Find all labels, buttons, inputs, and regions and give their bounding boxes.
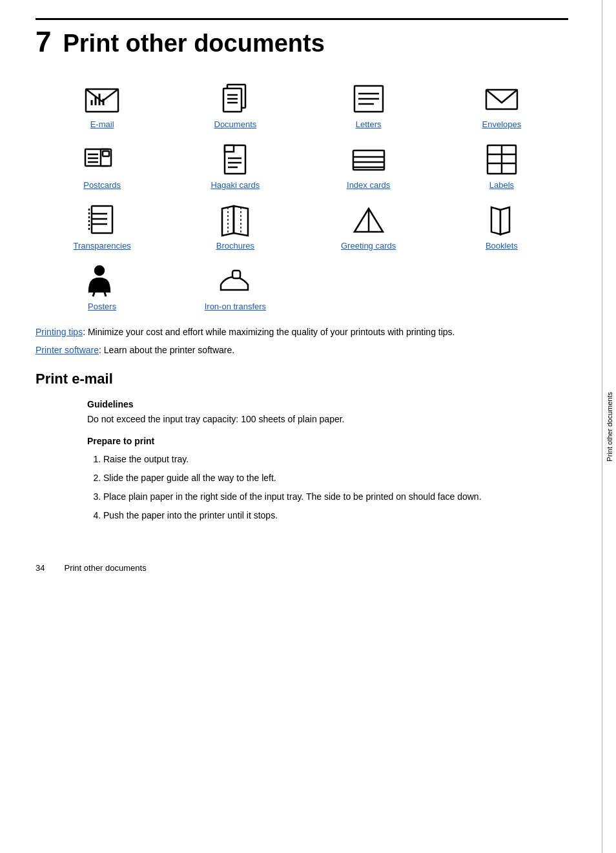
svg-rect-22 bbox=[225, 145, 234, 152]
svg-point-44 bbox=[95, 266, 104, 275]
icon-cell-booklets: Booklets bbox=[435, 194, 568, 254]
email-icon bbox=[81, 77, 123, 119]
iron-link[interactable]: Iron-on transfers bbox=[205, 302, 266, 311]
icon-cell-posters: Posters bbox=[36, 254, 169, 315]
printer-software-link[interactable]: Printer software bbox=[36, 345, 99, 355]
page-number: 34 bbox=[36, 563, 45, 573]
chapter-header: 7 Print other documents bbox=[36, 18, 568, 56]
hagaki-icon bbox=[214, 138, 256, 180]
icon-cell-hagaki: Hagaki cards bbox=[169, 133, 302, 194]
greeting-icon bbox=[347, 199, 389, 241]
posters-icon bbox=[81, 260, 123, 302]
labels-link[interactable]: Labels bbox=[489, 180, 514, 190]
postcards-icon bbox=[81, 138, 123, 180]
chapter-number: 7 bbox=[36, 28, 51, 56]
icon-cell-transparencies: Transparencies bbox=[36, 194, 169, 254]
index-link[interactable]: Index cards bbox=[347, 180, 390, 190]
letters-icon bbox=[347, 77, 389, 119]
step-2: Slide the paper guide all the way to the… bbox=[103, 470, 568, 486]
letters-link[interactable]: Letters bbox=[356, 119, 382, 129]
documents-link[interactable]: Documents bbox=[214, 119, 257, 129]
email-link[interactable]: E-mail bbox=[90, 119, 114, 129]
print-email-heading: Print e-mail bbox=[36, 371, 568, 387]
guidelines-block: Guidelines Do not exceed the input tray … bbox=[87, 399, 568, 524]
booklets-link[interactable]: Booklets bbox=[486, 241, 518, 251]
tips-section: Printing tips: Minimize your cost and ef… bbox=[36, 325, 568, 358]
footer-text: Print other documents bbox=[64, 563, 146, 573]
icon-cell-email: E-mail bbox=[36, 72, 169, 133]
step-1: Raise the output tray. bbox=[103, 451, 568, 468]
brochures-icon bbox=[214, 199, 256, 241]
greeting-link[interactable]: Greeting cards bbox=[341, 241, 396, 251]
empty-cell-1 bbox=[302, 254, 435, 315]
icon-cell-postcards: Postcards bbox=[36, 133, 169, 194]
guidelines-heading: Guidelines bbox=[87, 399, 568, 409]
iron-icon bbox=[214, 260, 256, 302]
icon-cell-envelopes: Envelopes bbox=[435, 72, 568, 133]
chapter-title: Print other documents bbox=[63, 31, 324, 56]
booklets-icon bbox=[480, 199, 522, 241]
icon-cell-letters: Letters bbox=[302, 72, 435, 133]
icon-cell-iron: Iron-on transfers bbox=[169, 254, 302, 315]
step-3: Place plain paper in the right side of t… bbox=[103, 489, 568, 505]
printing-tips-link[interactable]: Printing tips bbox=[36, 327, 83, 337]
envelopes-link[interactable]: Envelopes bbox=[482, 119, 522, 129]
postcards-link[interactable]: Postcards bbox=[83, 180, 121, 190]
step-4: Push the paper into the printer until it… bbox=[103, 508, 568, 524]
envelopes-icon bbox=[480, 77, 522, 119]
transparencies-icon bbox=[81, 199, 123, 241]
side-tab-label: Print other documents bbox=[606, 392, 613, 462]
icon-grid: E-mail Documents bbox=[36, 72, 568, 315]
labels-icon bbox=[480, 138, 522, 180]
svg-rect-6 bbox=[223, 88, 241, 112]
documents-icon bbox=[214, 77, 256, 119]
icon-cell-brochures: Brochures bbox=[169, 194, 302, 254]
guidelines-text: Do not exceed the input tray capacity: 1… bbox=[87, 413, 568, 426]
prepare-heading: Prepare to print bbox=[87, 436, 568, 446]
icon-cell-documents: Documents bbox=[169, 72, 302, 133]
printing-tips-text: : Minimize your cost and effort while ma… bbox=[83, 327, 455, 337]
brochures-link[interactable]: Brochures bbox=[216, 241, 254, 251]
transparencies-link[interactable]: Transparencies bbox=[74, 241, 131, 251]
empty-cell-2 bbox=[435, 254, 568, 315]
icon-cell-greeting: Greeting cards bbox=[302, 194, 435, 254]
posters-link[interactable]: Posters bbox=[88, 302, 116, 311]
printer-software-text: : Learn about the printer software. bbox=[99, 345, 234, 355]
icon-cell-index: Index cards bbox=[302, 133, 435, 194]
prepare-steps: Raise the output tray. Slide the paper g… bbox=[103, 451, 568, 524]
icon-cell-labels: Labels bbox=[435, 133, 568, 194]
hagaki-link[interactable]: Hagaki cards bbox=[210, 180, 260, 190]
page-footer: 34 Print other documents bbox=[36, 563, 568, 573]
svg-rect-47 bbox=[232, 271, 240, 278]
index-icon bbox=[347, 138, 389, 180]
